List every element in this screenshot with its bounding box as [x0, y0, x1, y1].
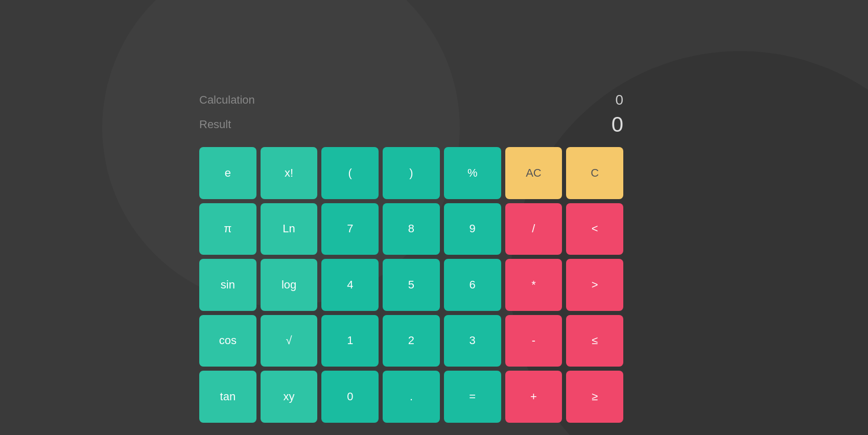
btn-percent[interactable]: %	[444, 147, 501, 199]
btn-0[interactable]: 0	[321, 371, 379, 423]
btn-divide[interactable]: /	[505, 203, 562, 255]
btn-subtract[interactable]: -	[505, 315, 562, 367]
btn-tan[interactable]: tan	[199, 371, 256, 423]
btn-open-paren[interactable]: (	[321, 147, 379, 199]
btn-xy[interactable]: xy	[261, 371, 318, 423]
btn-equals[interactable]: =	[444, 371, 501, 423]
btn-dot[interactable]: .	[383, 371, 440, 423]
btn-4[interactable]: 4	[321, 259, 379, 311]
btn-lte[interactable]: ≤	[566, 315, 623, 367]
btn-1[interactable]: 1	[321, 315, 379, 367]
calculator: Calculation 0 Result 0 ex!()%ACCπLn789/<…	[199, 92, 623, 423]
btn-2[interactable]: 2	[383, 315, 440, 367]
btn-sin[interactable]: sin	[199, 259, 256, 311]
btn-6[interactable]: 6	[444, 259, 501, 311]
btn-7[interactable]: 7	[321, 203, 379, 255]
btn-ac[interactable]: AC	[505, 147, 562, 199]
btn-c[interactable]: C	[566, 147, 623, 199]
btn-multiply[interactable]: *	[505, 259, 562, 311]
btn-add[interactable]: +	[505, 371, 562, 423]
btn-factorial[interactable]: x!	[261, 147, 318, 199]
btn-5[interactable]: 5	[383, 259, 440, 311]
btn-3[interactable]: 3	[444, 315, 501, 367]
buttons-grid: ex!()%ACCπLn789/<sinlog456*>cos√123-≤tan…	[199, 147, 623, 423]
btn-9[interactable]: 9	[444, 203, 501, 255]
result-value: 0	[603, 112, 623, 137]
btn-sqrt[interactable]: √	[261, 315, 318, 367]
btn-log[interactable]: log	[261, 259, 318, 311]
btn-pi[interactable]: π	[199, 203, 256, 255]
btn-close-paren[interactable]: )	[383, 147, 440, 199]
calculation-label: Calculation	[199, 93, 255, 107]
calculation-row: Calculation 0	[199, 92, 623, 108]
btn-greater-than[interactable]: >	[566, 259, 623, 311]
result-label: Result	[199, 118, 231, 131]
btn-8[interactable]: 8	[383, 203, 440, 255]
btn-cos[interactable]: cos	[199, 315, 256, 367]
btn-less-than[interactable]: <	[566, 203, 623, 255]
btn-ln[interactable]: Ln	[261, 203, 318, 255]
btn-e[interactable]: e	[199, 147, 256, 199]
btn-gte[interactable]: ≥	[566, 371, 623, 423]
result-row: Result 0	[199, 112, 623, 137]
calculation-value: 0	[603, 92, 623, 108]
display-section: Calculation 0 Result 0	[199, 92, 623, 137]
